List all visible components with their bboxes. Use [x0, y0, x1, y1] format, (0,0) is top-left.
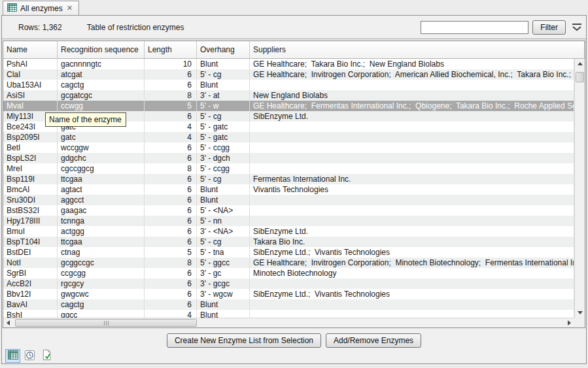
- cell-length[interactable]: 5: [145, 247, 197, 258]
- cell-overhang[interactable]: 5' - gatc: [197, 122, 250, 132]
- cell-suppliers[interactable]: SibEnzyme Ltd.; Vivantis Technologies: [250, 247, 574, 258]
- cell-recognition-sequence[interactable]: actggg: [58, 226, 145, 237]
- scroll-up-button[interactable]: [575, 59, 585, 69]
- cell-name[interactable]: Bsp2095I: [3, 132, 58, 142]
- cell-name[interactable]: BshI: [3, 310, 58, 318]
- cell-length[interactable]: 6: [145, 216, 197, 226]
- scroll-right-button[interactable]: [564, 318, 574, 327]
- cell-overhang[interactable]: 3' - wgcw: [197, 289, 250, 299]
- create-enzyme-list-button[interactable]: Create New Enzyme List from Selection: [167, 333, 321, 348]
- cell-length[interactable]: 6: [145, 195, 197, 205]
- horizontal-scrollbar[interactable]: [3, 318, 574, 327]
- cell-length[interactable]: 6: [145, 205, 197, 216]
- cell-suppliers[interactable]: GE Healthcare; Takara Bio Inc.; New Engl…: [250, 59, 574, 69]
- cell-suppliers[interactable]: [250, 132, 574, 142]
- history-view-button[interactable]: [22, 349, 37, 363]
- cell-recognition-sequence[interactable]: atcgat: [58, 69, 145, 80]
- table-row[interactable]: Hpy178III tcnnga 6 5' - nn: [3, 216, 574, 226]
- filter-input[interactable]: [421, 21, 528, 34]
- table-row[interactable]: AsiSI gcgatcgc 8 3' - at New England Bio…: [3, 90, 574, 101]
- cell-overhang[interactable]: 5' - ccgg: [197, 163, 250, 174]
- cell-suppliers[interactable]: Takara Bio Inc.: [250, 237, 574, 247]
- cell-length[interactable]: 5: [145, 101, 197, 111]
- cell-overhang[interactable]: 5' - cg: [197, 69, 250, 80]
- cell-length[interactable]: 6: [145, 226, 197, 237]
- table-row[interactable]: Uba153AI cagctg 6 Blunt: [3, 80, 574, 90]
- cell-length[interactable]: 6: [145, 80, 197, 90]
- cell-overhang[interactable]: Blunt: [197, 299, 250, 310]
- cell-recognition-sequence[interactable]: gatc: [58, 132, 145, 142]
- table-row[interactable]: PshAI gacnnnngtc 10 Blunt GE Healthcare;…: [3, 59, 574, 69]
- cell-length[interactable]: 8: [145, 90, 197, 101]
- table-row[interactable]: NotI gcggccgc 8 5' - ggcc GE Healthcare;…: [3, 258, 574, 268]
- cell-overhang[interactable]: 5' - ggcc: [197, 258, 250, 268]
- table-row[interactable]: Bbv12I gwgcwc 6 3' - wgcw SibEnzyme Ltd.…: [3, 289, 574, 299]
- horizontal-scrollbar-thumb[interactable]: [15, 319, 197, 327]
- table-row[interactable]: BstDEI ctnag 5 5' - tna SibEnzyme Ltd.; …: [3, 247, 574, 258]
- cell-recognition-sequence[interactable]: gcgatcgc: [58, 90, 145, 101]
- vertical-scrollbar[interactable]: [574, 59, 585, 318]
- table-row[interactable]: Bsp119I ttcgaa 6 5' - cg Fermentas Inter…: [3, 174, 574, 184]
- cell-length[interactable]: 4: [145, 310, 197, 318]
- cell-suppliers[interactable]: Minotech Biotechnology: [250, 268, 574, 278]
- cell-recognition-sequence[interactable]: cgccggcg: [58, 163, 145, 174]
- table-row[interactable]: Bsp2095I gatc 4 5' - gatc: [3, 132, 574, 142]
- add-remove-enzymes-button[interactable]: Add/Remove Enzymes: [326, 333, 421, 348]
- cell-suppliers[interactable]: SibEnzyme Ltd.; Vivantis Technologies: [250, 289, 574, 299]
- cell-length[interactable]: 6: [145, 111, 197, 122]
- cell-overhang[interactable]: 5' - <NA>: [197, 205, 250, 216]
- table-row[interactable]: BmuI actggg 6 3' - <NA> SibEnzyme Ltd.: [3, 226, 574, 237]
- cell-recognition-sequence[interactable]: ccwgg: [58, 101, 145, 111]
- cell-overhang[interactable]: Blunt: [197, 184, 250, 195]
- tab-all-enzymes[interactable]: All enzymes ✕: [3, 1, 79, 15]
- cell-name[interactable]: PshAI: [3, 59, 58, 69]
- cell-name[interactable]: ClaI: [3, 69, 58, 80]
- cell-recognition-sequence[interactable]: cagctg: [58, 299, 145, 310]
- cell-suppliers[interactable]: SibEnzyme Ltd.: [250, 226, 574, 237]
- cell-recognition-sequence[interactable]: cagctg: [58, 80, 145, 90]
- cell-name[interactable]: MreI: [3, 163, 58, 174]
- scroll-left-button[interactable]: [3, 318, 13, 327]
- cell-suppliers[interactable]: [250, 122, 574, 132]
- cell-suppliers[interactable]: Fermentas International Inc.: [250, 174, 574, 184]
- cell-length[interactable]: 4: [145, 122, 197, 132]
- cell-suppliers[interactable]: Vivantis Technologies: [250, 184, 574, 195]
- cell-name[interactable]: BetI: [3, 142, 58, 153]
- cell-length[interactable]: 6: [145, 237, 197, 247]
- cell-length[interactable]: 6: [145, 69, 197, 80]
- cell-recognition-sequence[interactable]: rgcgcy: [58, 278, 145, 289]
- cell-suppliers[interactable]: GE Healthcare; Invitrogen Corporation; M…: [250, 258, 574, 268]
- cell-suppliers[interactable]: [250, 80, 574, 90]
- table-row[interactable]: BetI wccggw 6 5' - ccgg: [3, 142, 574, 153]
- cell-overhang[interactable]: 3' - at: [197, 90, 250, 101]
- cell-overhang[interactable]: 3' - gc: [197, 268, 250, 278]
- cell-suppliers[interactable]: GE Healthcare; Invitrogen Corporation; A…: [250, 69, 574, 80]
- cell-suppliers[interactable]: [250, 205, 574, 216]
- cell-name[interactable]: Sru30DI: [3, 195, 58, 205]
- cell-length[interactable]: 8: [145, 163, 197, 174]
- cell-name[interactable]: BavAI: [3, 299, 58, 310]
- cell-name[interactable]: BspT104I: [3, 237, 58, 247]
- table-row[interactable]: BmcAI agtact 6 Blunt Vivantis Technologi…: [3, 184, 574, 195]
- cell-length[interactable]: 4: [145, 132, 197, 142]
- cell-overhang[interactable]: 5' - ccgg: [197, 142, 250, 153]
- element-info-view-button[interactable]: [39, 349, 54, 363]
- table-row[interactable]: BspT104I ttcgaa 6 5' - cg Takara Bio Inc…: [3, 237, 574, 247]
- cell-name[interactable]: AsiSI: [3, 90, 58, 101]
- cell-overhang[interactable]: 3' - gcgc: [197, 278, 250, 289]
- cell-recognition-sequence[interactable]: ccgcgg: [58, 268, 145, 278]
- cell-name[interactable]: BmuI: [3, 226, 58, 237]
- cell-name[interactable]: AccB2I: [3, 278, 58, 289]
- cell-recognition-sequence[interactable]: gaagac: [58, 205, 145, 216]
- cell-suppliers[interactable]: New England Biolabs: [250, 90, 574, 101]
- cell-name[interactable]: BstBS32I: [3, 205, 58, 216]
- cell-suppliers[interactable]: [250, 299, 574, 310]
- cell-name[interactable]: MvaI: [3, 101, 58, 111]
- cell-name[interactable]: Hpy178III: [3, 216, 58, 226]
- cell-suppliers[interactable]: [250, 278, 574, 289]
- cell-suppliers[interactable]: [250, 142, 574, 153]
- table-row[interactable]: BshI ggcc 4 Blunt: [3, 310, 574, 318]
- cell-length[interactable]: 6: [145, 142, 197, 153]
- table-row[interactable]: Sru30DI aggcct 6 Blunt: [3, 195, 574, 205]
- cell-overhang[interactable]: 3' - <NA>: [197, 226, 250, 237]
